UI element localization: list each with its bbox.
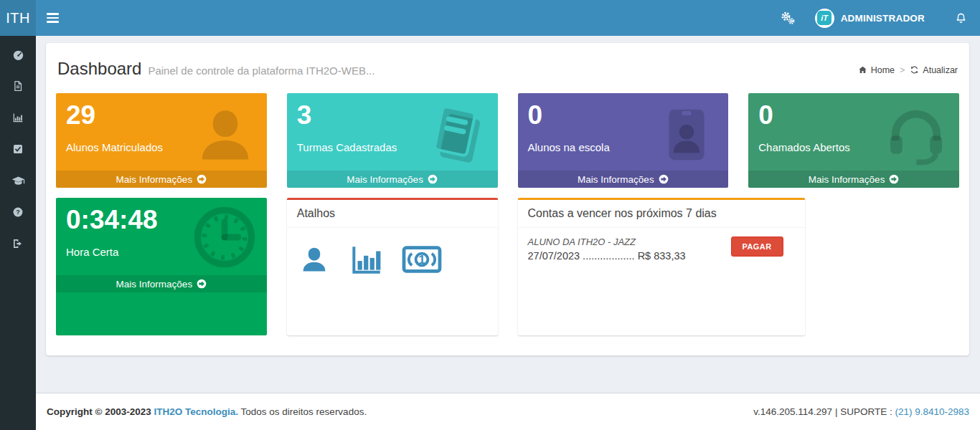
cogs-icon [780, 10, 796, 26]
sidebar-toggle-button[interactable] [36, 0, 69, 36]
company-link[interactable]: ITH2O Tecnologia. [154, 406, 239, 417]
hamburger-icon [47, 13, 59, 22]
page-header: Dashboard Painel de controle da platafor… [57, 59, 958, 79]
sidebar-item-school[interactable] [0, 165, 36, 196]
svg-text:1: 1 [418, 252, 425, 267]
infobox-alunos-na-escola: 0 Alunos na escola Mais Informações [518, 93, 729, 188]
bell-icon [954, 11, 968, 25]
infobox-label: Turmas Cadastradas [297, 141, 488, 153]
sidebar-item-reports[interactable] [0, 102, 36, 133]
infobox-label: Chamados Abertos [758, 141, 949, 153]
user-icon [298, 244, 330, 275]
arrow-circle-right-icon [889, 174, 899, 184]
dashboard-icon [11, 48, 25, 62]
sidebar-item-help[interactable]: ? [0, 196, 36, 228]
company-logo-icon: iT [817, 11, 831, 25]
user-menu[interactable]: iT ADMINISTRADOR [806, 0, 933, 36]
more-info-link[interactable]: Mais Informações [56, 171, 267, 188]
page-subtitle: Painel de controle da plataforma ITH2O-W… [148, 64, 374, 77]
user-name: ADMINISTRADOR [841, 13, 925, 24]
content-area: Dashboard Painel de controle da platafor… [36, 36, 980, 393]
arrow-circle-right-icon [659, 174, 669, 184]
content-panel: Dashboard Painel de controle da platafor… [46, 43, 969, 355]
logout-icon [11, 237, 24, 250]
info-boxes-row: 29 Alunos Matriculados Mais Informações [56, 93, 959, 188]
bills-box: Contas a vencer nos próximos 7 dias ALUN… [518, 198, 805, 335]
shortcut-students[interactable] [298, 244, 330, 275]
infobox-chamados-abertos: 0 Chamados Abertos Mais Informações [748, 93, 959, 188]
support-phone-link[interactable]: (21) 9.8410-2983 [895, 406, 969, 417]
breadcrumb: Home > A [858, 65, 958, 75]
money-icon: 1 [402, 244, 442, 275]
breadcrumb-separator: > [900, 65, 905, 75]
infobox-value: 29 [66, 100, 257, 131]
app-logo[interactable]: ITH [0, 0, 36, 36]
home-icon [858, 65, 867, 75]
sidebar: ? [0, 36, 36, 430]
breadcrumb-home[interactable]: Home [858, 65, 895, 75]
bill-detail: 27/07/2023 .................. R$ 833,33 [528, 250, 731, 262]
infobox-label: Alunos na escola [528, 141, 719, 153]
shortcuts-box: Atalhos [287, 198, 498, 335]
sidebar-item-documents[interactable] [0, 70, 36, 102]
sidebar-item-dashboard[interactable] [0, 39, 36, 70]
bar-chart-icon [11, 111, 24, 124]
infobox-value: 0 [758, 100, 949, 131]
arrow-circle-right-icon [197, 279, 207, 289]
arrow-circle-right-icon [197, 174, 207, 184]
infobox-alunos-matriculados: 29 Alunos Matriculados Mais Informações [56, 93, 267, 188]
breadcrumb-refresh[interactable]: Atualizar [910, 65, 958, 75]
svg-text:?: ? [16, 209, 20, 216]
bar-chart-icon [347, 242, 385, 277]
more-info-link[interactable]: Mais Informações [287, 171, 498, 188]
bill-name: ALUNO DA ITH2O - JAZZ [528, 236, 731, 247]
infobox-label: Alunos Matriculados [66, 141, 257, 153]
bill-item: ALUNO DA ITH2O - JAZZ 27/07/2023 .......… [528, 236, 795, 262]
bills-title: Contas a vencer nos próximos 7 dias [518, 200, 805, 228]
avatar: iT [815, 9, 834, 28]
more-info-link[interactable]: Mais Informações [518, 171, 729, 188]
document-icon [11, 80, 24, 92]
help-icon: ? [11, 206, 24, 219]
infobox-value: 0 [528, 100, 719, 131]
top-navbar: ITH iT ADMINISTRADOR [0, 0, 980, 36]
navbar-spacer [69, 0, 769, 36]
settings-button[interactable] [769, 0, 806, 36]
page-footer: Copyright © 2003-2023 ITH2O Tecnologia. … [36, 393, 980, 430]
infobox-value: 0:34:48 [66, 205, 257, 236]
infobox-hora-certa: 0:34:48 Hora Certa Mais Informações [56, 198, 267, 335]
footer-copyright: Copyright © 2003-2023 ITH2O Tecnologia. … [47, 406, 367, 417]
arrow-circle-right-icon [428, 174, 438, 184]
footer-version: v.146.205.114.297 | SUPORTE : (21) 9.841… [753, 406, 969, 417]
shortcut-reports[interactable] [347, 242, 385, 277]
sidebar-item-tasks[interactable] [0, 133, 36, 165]
graduation-cap-icon [11, 173, 26, 188]
more-info-link[interactable]: Mais Informações [748, 171, 959, 188]
refresh-icon [910, 65, 919, 75]
shortcuts-title: Atalhos [287, 200, 498, 228]
more-info-link[interactable]: Mais Informações [56, 275, 267, 292]
second-row: 0:34:48 Hora Certa Mais Informações [56, 198, 959, 335]
infobox-turmas-cadastradas: 3 Turmas Cadastradas Mais Informações [287, 93, 498, 188]
infobox-label: Hora Certa [66, 246, 257, 258]
page-title: Dashboard [57, 59, 141, 79]
sidebar-item-logout[interactable] [0, 228, 36, 259]
pagar-button[interactable]: PAGAR [731, 236, 783, 257]
check-square-icon [11, 143, 24, 156]
infobox-value: 3 [297, 100, 488, 131]
shortcut-payments[interactable]: 1 [402, 244, 442, 275]
notifications-button[interactable] [943, 0, 979, 36]
